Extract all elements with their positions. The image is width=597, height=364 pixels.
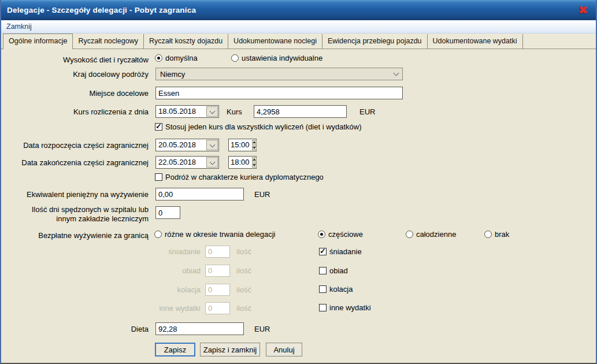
form-panel: Wysokość diet i ryczałtów domyślna ustaw…: [1, 49, 596, 363]
window-title: Delegacje - Szczegóły delegacji - Pobyt …: [7, 6, 196, 14]
end-date-label: Data zakończenia części zagranicznej: [1, 158, 149, 167]
exchange-date-label: Kurs rozliczenia z dnia: [1, 107, 149, 116]
destination-input[interactable]: [155, 87, 403, 99]
meal-check-sniadanie-label: śniadanie: [329, 247, 362, 256]
diet-rates-individual-label: ustawienia indywidualne: [242, 54, 322, 62]
rate-input[interactable]: [254, 105, 347, 118]
save-and-close-button[interactable]: Zapisz i zamknij: [200, 343, 260, 356]
free-meals-option-calodzienne[interactable]: całodzienne: [406, 230, 456, 239]
courier-label: Podróż w charakterze kuriera dyplomatycz…: [165, 173, 324, 181]
save-button[interactable]: Zapisz: [155, 343, 195, 356]
tab-ogolne-informacje[interactable]: Ogólne informacje: [3, 34, 73, 49]
free-meals-option-rozne[interactable]: różne w okresie trwania delegacji: [154, 230, 275, 239]
free-meals-rozne-label: różne w okresie trwania delegacji: [165, 230, 275, 239]
free-meals-label: Bezpłatne wyżywienie za granicą: [1, 231, 149, 240]
diet-rates-default-radio[interactable]: domyślna: [155, 54, 198, 62]
hospital-days-input[interactable]: [155, 206, 180, 219]
dieta-input[interactable]: [155, 322, 244, 335]
meal-check-kolacja[interactable]: kolacja: [319, 285, 353, 294]
diet-rates-individual-radio[interactable]: ustawienia indywidualne: [231, 54, 322, 62]
chevron-down-icon: [209, 142, 215, 147]
radio-icon[interactable]: [484, 231, 492, 238]
checkbox-checked-icon[interactable]: [155, 123, 162, 131]
meal-count-kolacja-suffix: ilość: [236, 285, 251, 294]
exchange-date-value: 18.05.2018: [156, 106, 206, 117]
radio-selected-icon[interactable]: [318, 231, 325, 238]
end-date-select[interactable]: 22.05.2018: [155, 156, 219, 169]
meal-check-sniadanie[interactable]: śniadanie: [319, 247, 362, 256]
arrow-up-icon: [253, 141, 256, 143]
start-time-spinner[interactable]: 15:00: [228, 139, 257, 151]
exchange-date-select[interactable]: 18.05.2018: [155, 105, 219, 118]
meal-count-inne-wydatki-suffix: ilość: [236, 304, 251, 313]
equivalent-currency-label: EUR: [254, 190, 270, 199]
meal-check-inne-wydatki-label: inne wydatki: [329, 303, 371, 312]
tab-strip: Ogólne informacje Ryczałt noclegowy Rycz…: [1, 34, 596, 49]
radio-icon[interactable]: [406, 231, 413, 238]
meal-check-obiad-label: obiad: [329, 266, 348, 275]
radio-selected-icon[interactable]: [155, 54, 162, 62]
free-meals-brak-label: brak: [495, 230, 509, 239]
single-rate-checkbox-row[interactable]: Stosuj jeden kurs dla wszystkich wylicze…: [155, 122, 362, 131]
arrow-down-icon: [253, 147, 256, 149]
start-date-select[interactable]: 20.05.2018: [155, 139, 219, 151]
dieta-currency-label: EUR: [254, 325, 270, 333]
dropdown-button[interactable]: [206, 106, 218, 117]
spinner-down-button[interactable]: [252, 146, 257, 151]
tab-ryczalt-noclegowy[interactable]: Ryczałt noclegowy: [73, 34, 144, 49]
rate-currency-label: EUR: [359, 107, 375, 116]
end-time-spinner[interactable]: 18:00: [228, 156, 257, 169]
checkbox-icon[interactable]: [319, 267, 327, 274]
country-select[interactable]: Niemcy: [155, 68, 403, 80]
menu-item-zamknij[interactable]: Zamknij: [6, 23, 32, 31]
free-meals-calodzienne-label: całodzienne: [416, 230, 456, 239]
tab-ryczalt-koszty-dojazdu[interactable]: Ryczałt koszty dojazdu: [144, 34, 228, 49]
meal-check-inne-wydatki[interactable]: inne wydatki: [319, 303, 371, 312]
checkbox-checked-icon[interactable]: [319, 248, 327, 255]
courier-checkbox-row[interactable]: Podróż w charakterze kuriera dyplomatycz…: [155, 173, 324, 181]
free-meals-option-brak[interactable]: brak: [484, 230, 509, 239]
meal-count-sniadanie-input: [205, 246, 230, 258]
diet-rates-default-label: domyślna: [165, 54, 198, 62]
free-meals-czesciowe-label: częściowe: [328, 230, 363, 239]
dropdown-button[interactable]: [206, 140, 218, 150]
destination-label: Miejsce docelowe: [1, 89, 149, 98]
spinner-up-button[interactable]: [252, 157, 257, 162]
tab-udokumentowane-wydatki[interactable]: Udokumentowane wydatki: [428, 34, 523, 49]
checkbox-icon[interactable]: [319, 304, 327, 311]
close-icon[interactable]: ✖: [576, 5, 590, 16]
diet-rates-label: Wysokość diet i ryczałtów: [1, 55, 149, 64]
chevron-down-icon: [209, 159, 215, 165]
tab-ewidencja-przebiegu-pojazdu[interactable]: Ewidencja przebiegu pojazdu: [322, 34, 428, 49]
radio-icon[interactable]: [154, 231, 162, 238]
menu-bar: Zamknij: [1, 20, 596, 34]
meal-check-obiad[interactable]: obiad: [319, 266, 348, 275]
radio-icon[interactable]: [231, 54, 239, 62]
start-date-value: 20.05.2018: [156, 139, 206, 151]
meal-count-sniadanie-suffix: ilość: [236, 247, 251, 256]
spinner-up-button[interactable]: [252, 140, 257, 145]
title-bar: Delegacje - Szczegóły delegacji - Pobyt …: [1, 0, 596, 20]
spinner-down-button[interactable]: [252, 163, 257, 168]
checkbox-icon[interactable]: [155, 173, 162, 181]
country-label: Kraj docelowy podróży: [1, 70, 149, 79]
free-meals-option-czesciowe[interactable]: częściowe: [318, 230, 363, 239]
rate-label: Kurs: [227, 107, 242, 116]
hospital-days-label-line2: innym zakładzie leczniczym: [1, 214, 149, 223]
meal-count-obiad-label: obiad: [1, 266, 201, 275]
meal-count-obiad-input: [205, 265, 230, 277]
dropdown-button[interactable]: [206, 157, 218, 168]
equivalent-input[interactable]: [155, 188, 244, 200]
chevron-down-icon: [394, 70, 399, 76]
arrow-down-icon: [253, 164, 256, 166]
single-rate-label: Stosuj jeden kurs dla wszystkich wylicze…: [165, 122, 362, 131]
start-date-label: Data rozpoczęcia części zagranicznej: [1, 141, 149, 150]
meal-count-sniadanie-label: śniadanie: [1, 247, 201, 256]
meal-count-obiad-suffix: ilość: [236, 266, 251, 275]
checkbox-icon[interactable]: [319, 285, 327, 293]
start-time-value: 15:00: [229, 139, 251, 151]
equivalent-label: Ekwiwalent pieniężny na wyżywienie: [1, 190, 149, 199]
meal-count-inne-wydatki-label: inne wydatki: [1, 304, 201, 313]
tab-udokumentowane-noclegi[interactable]: Udokumentowane noclegi: [228, 34, 322, 49]
cancel-button[interactable]: Anuluj: [266, 343, 302, 356]
